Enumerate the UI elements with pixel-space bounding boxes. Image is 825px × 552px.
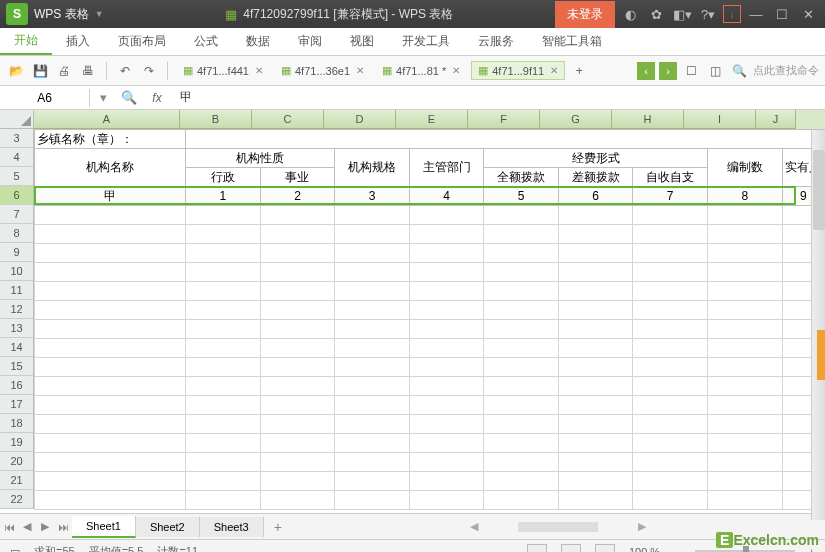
cell-15-D[interactable] xyxy=(335,358,410,377)
menu-tab-tools[interactable]: 智能工具箱 xyxy=(528,28,616,55)
row-header-4[interactable]: 4 xyxy=(0,148,33,167)
close-icon[interactable]: ✕ xyxy=(255,65,263,76)
col-header-F[interactable]: F xyxy=(468,110,540,129)
menu-tab-insert[interactable]: 插入 xyxy=(52,28,104,55)
cell-14-I[interactable] xyxy=(707,339,782,358)
row-header-12[interactable]: 12 xyxy=(0,300,33,319)
col-header-A[interactable]: A xyxy=(34,110,180,129)
cell-13-C[interactable] xyxy=(260,320,335,339)
cell-13-G[interactable] xyxy=(558,320,633,339)
cell-8-E[interactable] xyxy=(409,225,484,244)
cell-11-G[interactable] xyxy=(558,282,633,301)
sheet-first-icon[interactable]: ⏮ xyxy=(0,521,18,533)
view-normal-button[interactable] xyxy=(527,544,547,553)
cell-8-H[interactable] xyxy=(633,225,708,244)
header-staff[interactable]: 编制数 xyxy=(707,149,782,187)
cell-20-I[interactable] xyxy=(707,453,782,472)
cell-11-B[interactable] xyxy=(186,282,261,301)
cell-21-E[interactable] xyxy=(409,472,484,491)
login-button[interactable]: 未登录 xyxy=(555,1,615,28)
cell-13-I[interactable] xyxy=(707,320,782,339)
row-header-16[interactable]: 16 xyxy=(0,376,33,395)
cell-15-E[interactable] xyxy=(409,358,484,377)
cell-20-E[interactable] xyxy=(409,453,484,472)
cell-12-H[interactable] xyxy=(633,301,708,320)
row-header-13[interactable]: 13 xyxy=(0,319,33,338)
cell-7-C[interactable] xyxy=(260,206,335,225)
cell-6-A[interactable]: 甲 xyxy=(35,187,186,206)
cell-18-D[interactable] xyxy=(335,415,410,434)
app-menu-dropdown-icon[interactable]: ▼ xyxy=(95,9,104,19)
view-break-button[interactable] xyxy=(595,544,615,553)
cell-13-B[interactable] xyxy=(186,320,261,339)
row-header-22[interactable]: 22 xyxy=(0,490,33,509)
header-fund-0[interactable]: 全额拨款 xyxy=(484,168,559,187)
cell-20-F[interactable] xyxy=(484,453,559,472)
cell-8-C[interactable] xyxy=(260,225,335,244)
cell-10-B[interactable] xyxy=(186,263,261,282)
cell-7-E[interactable] xyxy=(409,206,484,225)
search-input[interactable]: 点此查找命令 xyxy=(753,63,819,78)
cell-7-B[interactable] xyxy=(186,206,261,225)
cell-12-I[interactable] xyxy=(707,301,782,320)
cell-17-E[interactable] xyxy=(409,396,484,415)
cell-20-C[interactable] xyxy=(260,453,335,472)
cell-18-B[interactable] xyxy=(186,415,261,434)
cell-9-B[interactable] xyxy=(186,244,261,263)
menu-tab-dev[interactable]: 开发工具 xyxy=(388,28,464,55)
select-all-corner[interactable] xyxy=(0,110,34,129)
header-org-spec[interactable]: 机构规格 xyxy=(335,149,410,187)
cell-11-H[interactable] xyxy=(633,282,708,301)
cell-14-B[interactable] xyxy=(186,339,261,358)
cell-19-G[interactable] xyxy=(558,434,633,453)
header-fund-1[interactable]: 差额拨款 xyxy=(558,168,633,187)
nav-next-button[interactable]: › xyxy=(659,62,677,80)
cell-21-A[interactable] xyxy=(35,472,186,491)
header-fund-2[interactable]: 自收自支 xyxy=(633,168,708,187)
nav-prev-button[interactable]: ‹ xyxy=(637,62,655,80)
redo-icon[interactable]: ↷ xyxy=(139,61,159,81)
print-preview-icon[interactable]: 🖨 xyxy=(54,61,74,81)
sheet-tab-3[interactable]: Sheet3 xyxy=(200,517,264,537)
cell-18-I[interactable] xyxy=(707,415,782,434)
header-fund[interactable]: 经费形式 xyxy=(484,149,708,168)
cell-12-E[interactable] xyxy=(409,301,484,320)
cell-19-A[interactable] xyxy=(35,434,186,453)
cell-17-F[interactable] xyxy=(484,396,559,415)
add-doc-icon[interactable]: + xyxy=(569,61,589,81)
row-header-18[interactable]: 18 xyxy=(0,414,33,433)
cell-21-C[interactable] xyxy=(260,472,335,491)
row-header-20[interactable]: 20 xyxy=(0,452,33,471)
row-header-19[interactable]: 19 xyxy=(0,433,33,452)
cell-8-F[interactable] xyxy=(484,225,559,244)
cell-6-B[interactable]: 1 xyxy=(186,187,261,206)
row-header-6[interactable]: 6 xyxy=(0,186,33,205)
cell-12-D[interactable] xyxy=(335,301,410,320)
menu-tab-review[interactable]: 审阅 xyxy=(284,28,336,55)
cell-19-F[interactable] xyxy=(484,434,559,453)
row-header-14[interactable]: 14 xyxy=(0,338,33,357)
cell-7-I[interactable] xyxy=(707,206,782,225)
cell-19-B[interactable] xyxy=(186,434,261,453)
notification-icon[interactable]: ↓ xyxy=(723,5,741,23)
col-header-E[interactable]: E xyxy=(396,110,468,129)
row-header-21[interactable]: 21 xyxy=(0,471,33,490)
cell-13-H[interactable] xyxy=(633,320,708,339)
cell-16-B[interactable] xyxy=(186,377,261,396)
cell-20-H[interactable] xyxy=(633,453,708,472)
sheet-tab-2[interactable]: Sheet2 xyxy=(136,517,200,537)
header-orgtype-0[interactable]: 行政 xyxy=(186,168,261,187)
cell-10-D[interactable] xyxy=(335,263,410,282)
row-header-3[interactable]: 3 xyxy=(0,129,33,148)
cell-11-E[interactable] xyxy=(409,282,484,301)
cell-10-G[interactable] xyxy=(558,263,633,282)
cell-17-I[interactable] xyxy=(707,396,782,415)
menu-tab-start[interactable]: 开始 xyxy=(0,28,52,55)
cell-21-F[interactable] xyxy=(484,472,559,491)
cell-14-G[interactable] xyxy=(558,339,633,358)
cell-7-A[interactable] xyxy=(35,206,186,225)
cell-22-E[interactable] xyxy=(409,491,484,510)
close-icon[interactable]: ✕ xyxy=(452,65,460,76)
cell-6-E[interactable]: 4 xyxy=(409,187,484,206)
cell-15-F[interactable] xyxy=(484,358,559,377)
